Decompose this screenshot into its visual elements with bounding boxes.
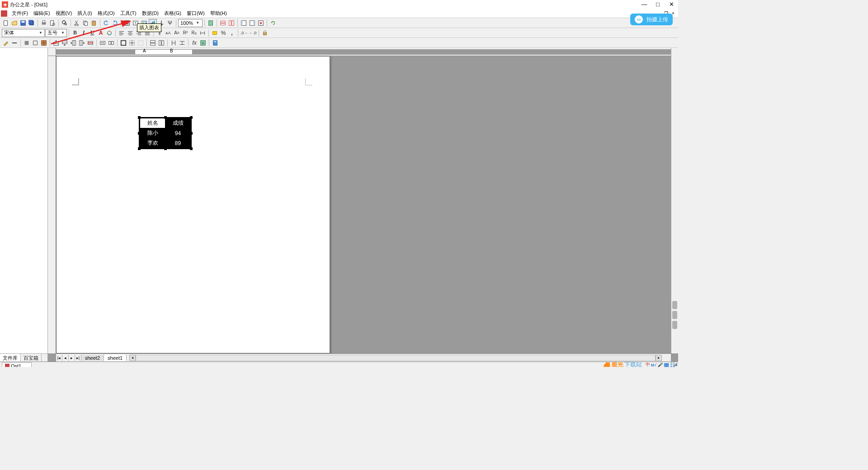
menu-table[interactable]: 表格(G) <box>161 9 184 18</box>
insert-row-below-button[interactable] <box>61 39 69 47</box>
superscript-button[interactable]: R² <box>181 29 189 37</box>
data-table[interactable]: 姓名 成绩 陈小 94 李欢 89 <box>139 117 192 149</box>
menu-data[interactable]: 数据(D) <box>139 9 161 18</box>
delete-row-button[interactable] <box>86 39 94 47</box>
row-height-button[interactable] <box>149 39 157 47</box>
scroll-left-button[interactable]: ◂ <box>129 355 136 361</box>
paste-button[interactable] <box>90 19 98 27</box>
currency-button[interactable] <box>211 29 219 37</box>
sort-button[interactable] <box>199 39 207 47</box>
sheet-tab-1[interactable]: sheet1 <box>104 355 127 361</box>
subscript-button[interactable]: R₂ <box>190 29 198 37</box>
vertical-ruler[interactable] <box>48 56 56 353</box>
sheet-nav-last[interactable]: ▸| <box>75 355 81 361</box>
horizontal-ruler[interactable]: A B <box>56 48 671 56</box>
selection-handle[interactable] <box>190 147 193 150</box>
border-outer-button[interactable] <box>119 39 127 47</box>
autofit-button[interactable] <box>170 39 178 47</box>
menu-file[interactable]: 文件(F) <box>9 9 31 18</box>
selection-handle[interactable] <box>138 132 141 135</box>
scroll-thumb[interactable] <box>672 321 677 329</box>
selection-handle[interactable] <box>138 147 141 150</box>
distribute-button[interactable] <box>178 39 186 47</box>
menu-insert[interactable]: 插入(I) <box>75 9 94 18</box>
insert-col-left-button[interactable] <box>69 39 77 47</box>
sheet-nav-next[interactable]: ▸ <box>69 355 75 361</box>
pen-button[interactable] <box>2 39 10 47</box>
cell-b1[interactable]: 成绩 <box>165 118 191 128</box>
layout-button-2[interactable] <box>248 19 256 27</box>
increase-decimal-button[interactable]: .0→ <box>240 29 248 37</box>
cut-button[interactable] <box>73 19 81 27</box>
italic-button[interactable]: I <box>80 29 88 37</box>
page[interactable]: 姓名 成绩 陈小 94 李欢 89 <box>56 56 330 353</box>
new-button[interactable] <box>2 19 10 27</box>
maximize-button[interactable]: □ <box>651 0 665 8</box>
zoom-combo[interactable]: 100% ▼ <box>178 19 203 27</box>
split-v-button[interactable] <box>227 19 236 27</box>
open-button[interactable] <box>10 19 19 27</box>
resize-handle-icon[interactable] <box>672 361 678 367</box>
layout-button-3[interactable] <box>257 19 265 27</box>
insert-row-above-button[interactable] <box>52 39 60 47</box>
minimize-button[interactable]: — <box>637 0 651 8</box>
font-size-combo[interactable]: 五号 ▼ <box>45 29 67 37</box>
highlight-button[interactable] <box>105 29 113 37</box>
spacing-button[interactable] <box>198 29 207 37</box>
line-style-button[interactable] <box>10 39 19 47</box>
save-button[interactable] <box>19 19 27 27</box>
selection-handle[interactable] <box>190 132 193 135</box>
vertical-scrollbar[interactable] <box>671 48 678 353</box>
left-tab-files[interactable]: 文件库 <box>0 354 21 362</box>
split-h-button[interactable] <box>219 19 227 27</box>
align-left-button[interactable] <box>118 29 126 37</box>
menu-window[interactable]: 窗口(W) <box>184 9 208 18</box>
border-none-button[interactable] <box>137 39 145 47</box>
save-all-button[interactable] <box>28 19 36 27</box>
char-scale-button[interactable]: AA <box>173 29 181 37</box>
merge-cells-button[interactable] <box>99 39 107 47</box>
font-combo[interactable]: 宋体 ▼ <box>2 29 45 37</box>
refresh-button[interactable] <box>269 19 277 27</box>
align-center-button[interactable] <box>126 29 134 37</box>
left-tab-treasure[interactable]: 百宝箱 <box>21 354 42 362</box>
print-button[interactable] <box>40 19 48 27</box>
split-cells-button[interactable] <box>107 39 115 47</box>
cell-a2[interactable]: 陈小 <box>140 128 165 138</box>
close-button[interactable]: ✕ <box>665 0 678 8</box>
font-color-button[interactable]: A <box>97 29 105 37</box>
comma-button[interactable]: , <box>228 29 236 37</box>
scroll-thumb[interactable] <box>672 301 677 309</box>
page-view-button[interactable] <box>207 19 215 27</box>
sheet-tab-2[interactable]: sheet2 <box>81 355 104 361</box>
menu-view[interactable]: 视图(V) <box>53 9 75 18</box>
print-preview-button[interactable] <box>48 19 57 27</box>
canvas[interactable]: 姓名 成绩 陈小 94 李欢 89 <box>56 56 671 353</box>
horizontal-scrollbar[interactable]: ◂ ▸ <box>129 355 662 361</box>
menu-tools[interactable]: 工具(T) <box>118 9 139 18</box>
cell-a3[interactable]: 李欢 <box>140 138 165 148</box>
menu-edit[interactable]: 编辑(E) <box>31 9 53 18</box>
insert-symbol-button[interactable]: Ψ <box>166 19 174 27</box>
redo-button[interactable] <box>111 19 119 27</box>
layout-button-1[interactable] <box>240 19 248 27</box>
insert-table-button[interactable] <box>123 19 131 27</box>
char-width-button[interactable]: ᴀA <box>164 29 172 37</box>
scroll-right-button[interactable]: ▸ <box>656 355 662 361</box>
percent-button[interactable]: % <box>219 29 227 37</box>
cell-b2[interactable]: 94 <box>165 128 191 138</box>
underline-button[interactable]: U <box>88 29 96 37</box>
formula-button[interactable]: fx <box>190 39 198 47</box>
selection-handle[interactable] <box>190 116 193 119</box>
fill-color-button[interactable] <box>23 39 31 47</box>
statusbar-doc-tab[interactable]: Ost1 <box>2 362 32 367</box>
menu-format[interactable]: 格式(O) <box>95 9 118 18</box>
find-button[interactable] <box>61 19 69 27</box>
scroll-thumb[interactable] <box>672 311 677 319</box>
cell-b3[interactable]: 89 <box>165 138 191 148</box>
sheet-nav-prev[interactable]: ◂ <box>62 355 69 361</box>
bold-button[interactable]: B <box>71 29 79 37</box>
cell-a1[interactable]: 姓名 <box>140 118 165 128</box>
sheet-nav-first[interactable]: |◂ <box>56 355 62 361</box>
border-inner-button[interactable] <box>128 39 136 47</box>
